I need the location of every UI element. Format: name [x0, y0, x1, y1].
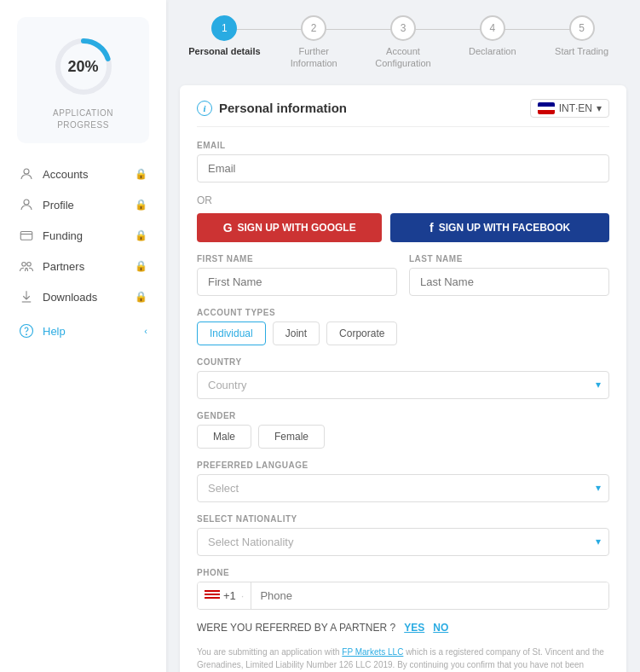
sidebar-item-downloads[interactable]: Downloads 🔒 — [9, 281, 158, 312]
help-chevron-icon: ‹ — [144, 326, 147, 336]
referral-row: WERE YOU REFERRED BY A PARTNER ? YES NO — [197, 622, 609, 634]
form-card: i Personal information INT·EN ▾ EMAIL OR… — [180, 85, 626, 672]
progress-label: APPLICATIONPROGRESS — [53, 107, 113, 131]
sidebar-item-funding[interactable]: Funding 🔒 — [9, 220, 158, 251]
last-name-label: LAST NAME — [409, 254, 609, 264]
step-label-5: Start Trading — [555, 45, 608, 57]
sidebar-item-profile[interactable]: Profile 🔒 — [9, 189, 158, 220]
main-content: 1 Personal details 2 Further Information… — [166, 0, 640, 672]
email-input[interactable] — [197, 154, 609, 182]
referral-yes-link[interactable]: YES — [404, 622, 424, 634]
first-name-input[interactable] — [197, 268, 397, 296]
card-header: i Personal information INT·EN ▾ — [197, 99, 609, 127]
or-divider: OR — [197, 194, 609, 206]
preferred-language-select-wrapper: Select ▾ — [197, 474, 609, 502]
profile-icon — [19, 197, 34, 212]
partners-lock-icon: 🔒 — [135, 260, 147, 272]
country-select[interactable]: Country — [197, 371, 609, 399]
step-circle-3: 3 — [390, 15, 416, 41]
downloads-label: Downloads — [43, 291, 135, 304]
phone-section: PHONE +1 · — [197, 568, 609, 610]
profile-label: Profile — [43, 199, 135, 211]
step-label-4: Declaration — [469, 45, 516, 57]
downloads-icon — [19, 289, 34, 304]
referral-no-link[interactable]: NO — [433, 622, 448, 634]
funding-label: Funding — [43, 229, 135, 242]
sidebar-nav: Accounts 🔒 Profile 🔒 Funding 🔒 Partners … — [0, 159, 166, 346]
gender-female-button[interactable]: Female — [258, 425, 325, 449]
country-label: COUNTRY — [197, 357, 609, 367]
last-name-section: LAST NAME — [409, 254, 609, 296]
card-title: Personal information — [219, 101, 347, 115]
phone-prefix-divider: · — [241, 589, 245, 602]
preferred-language-select[interactable]: Select — [197, 474, 609, 502]
gender-section: GENDER Male Female — [197, 411, 609, 449]
account-types-section: ACCOUNT TYPES Individual Joint Corporate — [197, 308, 609, 345]
sidebar-item-accounts[interactable]: Accounts 🔒 — [9, 159, 158, 189]
progress-circle: 20% — [49, 32, 118, 101]
facebook-signup-button[interactable]: f SIGN UP WITH FACEBOOK — [390, 213, 609, 242]
social-buttons: G SIGN UP WITH GOOGLE f SIGN UP WITH FAC… — [197, 213, 609, 242]
gender-buttons: Male Female — [197, 425, 609, 449]
sidebar-item-partners[interactable]: Partners 🔒 — [9, 251, 158, 281]
sidebar: 20% APPLICATIONPROGRESS Accounts 🔒 Profi… — [0, 0, 166, 672]
first-name-section: FIRST NAME — [197, 254, 397, 296]
google-signup-button[interactable]: G SIGN UP WITH GOOGLE — [197, 213, 382, 242]
step-1: 1 Personal details — [180, 15, 269, 57]
svg-point-5 — [22, 263, 26, 267]
nationality-section: SELECT NATIONALITY Select Nationality ▾ — [197, 514, 609, 556]
gender-male-button[interactable]: Male — [197, 425, 251, 449]
account-types-label: ACCOUNT TYPES — [197, 308, 609, 317]
step-label-3: Account Configuration — [365, 45, 441, 70]
partners-icon — [19, 258, 34, 274]
email-section: EMAIL — [197, 141, 609, 182]
partners-label: Partners — [43, 260, 135, 273]
step-circle-1: 1 — [211, 15, 237, 41]
sidebar-item-help[interactable]: Help ‹ — [9, 316, 158, 346]
lang-chevron-icon: ▾ — [597, 102, 602, 114]
phone-row: +1 · — [197, 582, 609, 610]
first-name-label: FIRST NAME — [197, 254, 397, 264]
account-type-corporate[interactable]: Corporate — [326, 322, 397, 345]
google-btn-label: SIGN UP WITH GOOGLE — [238, 222, 356, 234]
country-section: COUNTRY Country ▾ — [197, 357, 609, 399]
account-type-joint[interactable]: Joint — [273, 322, 320, 345]
svg-point-2 — [24, 169, 29, 174]
info-icon: i — [197, 101, 212, 116]
svg-point-8 — [26, 334, 27, 335]
disclaimer-fp-markets-link[interactable]: FP Markets LLC — [342, 647, 403, 657]
name-row: FIRST NAME LAST NAME — [197, 254, 609, 296]
account-types-group: Individual Joint Corporate — [197, 322, 609, 345]
step-label-2: Further Information — [275, 45, 352, 70]
funding-icon — [19, 228, 34, 243]
lang-selector[interactable]: INT·EN ▾ — [530, 99, 609, 118]
accounts-label: Accounts — [43, 168, 135, 181]
step-circle-2: 2 — [301, 15, 326, 41]
email-label: EMAIL — [197, 141, 609, 150]
help-label: Help — [43, 325, 144, 338]
step-3: 3 Account Configuration — [359, 15, 448, 70]
step-circle-5: 5 — [569, 15, 595, 41]
profile-lock-icon: 🔒 — [135, 199, 147, 211]
step-4: 4 Declaration — [447, 15, 537, 57]
nationality-label: SELECT NATIONALITY — [197, 514, 609, 524]
progress-card: 20% APPLICATIONPROGRESS — [17, 17, 149, 143]
lang-text: INT·EN — [559, 102, 592, 114]
nationality-select[interactable]: Select Nationality — [197, 528, 609, 556]
progress-percent: 20% — [67, 58, 98, 76]
account-type-individual[interactable]: Individual — [197, 322, 266, 345]
funding-lock-icon: 🔒 — [135, 229, 147, 241]
google-icon: G — [223, 221, 233, 235]
country-select-wrapper: Country ▾ — [197, 371, 609, 399]
stepper: 1 Personal details 2 Further Information… — [180, 15, 626, 70]
downloads-lock-icon: 🔒 — [135, 291, 147, 303]
accounts-icon — [19, 166, 34, 182]
phone-prefix-selector[interactable]: +1 · — [198, 582, 251, 609]
step-5: 5 Start Trading — [537, 15, 626, 57]
help-icon — [19, 323, 34, 339]
card-title-wrap: i Personal information — [197, 101, 347, 116]
us-flag-icon — [205, 590, 220, 600]
last-name-input[interactable] — [409, 268, 609, 296]
phone-input[interactable] — [251, 582, 608, 609]
flag-icon — [538, 102, 555, 114]
